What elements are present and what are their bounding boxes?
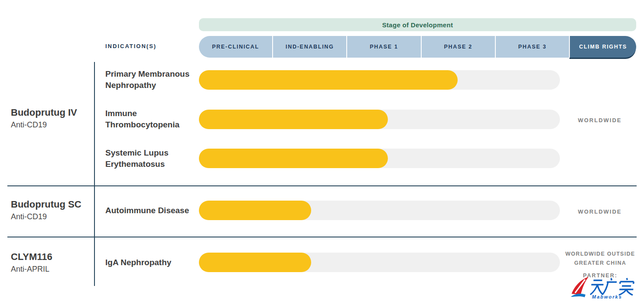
progress-fill-primary-membranous-nephropathy bbox=[199, 70, 458, 90]
program-budoprutug-iv: Budoprutug IV Anti-CD19 bbox=[11, 107, 93, 130]
indication-label-primary-membranous-nephropathy: Primary Membranous Nephropathy bbox=[105, 68, 198, 91]
stage-header-row: PRE-CLINICAL IND-ENABLING PHASE 1 PHASE … bbox=[199, 36, 636, 58]
program-name: Budoprutug IV bbox=[11, 107, 93, 118]
progress-fill-autoimmune-disease bbox=[199, 201, 311, 220]
stage-cell-phase-3: PHASE 3 bbox=[495, 36, 569, 58]
indication-line: Erythematosus bbox=[105, 159, 198, 170]
sail-icon bbox=[571, 277, 589, 297]
program-target: Anti-APRIL bbox=[11, 264, 93, 274]
program-clym116: CLYM116 Anti-APRIL bbox=[11, 251, 93, 274]
stage-cell-phase-2: PHASE 2 bbox=[421, 36, 495, 58]
indication-line: Thrombocytopenia bbox=[105, 119, 198, 130]
mabworks-wordmark-latin: Mabworks bbox=[592, 294, 622, 299]
rights-label-budoprutug-sc: WORLDWIDE bbox=[563, 208, 637, 215]
indication-line: Autoimmune Disease bbox=[105, 205, 198, 216]
indication-line: Primary Membranous bbox=[105, 68, 198, 80]
stage-cell-ind-enabling: IND-ENABLING bbox=[272, 36, 346, 58]
progress-track-primary-membranous-nephropathy bbox=[199, 70, 560, 90]
mabworks-logo-graphic: Mabworks bbox=[569, 276, 635, 300]
progress-track-immune-thrombocytopenia bbox=[199, 110, 560, 129]
indication-line: Immune bbox=[105, 108, 198, 119]
indication-line: IgA Nephropathy bbox=[105, 257, 198, 268]
program-target: Anti-CD19 bbox=[11, 211, 93, 222]
progress-fill-immune-thrombocytopenia bbox=[199, 110, 388, 129]
stage-of-development-banner: Stage of Development bbox=[199, 18, 636, 31]
stage-cell-phase-1: PHASE 1 bbox=[346, 36, 420, 58]
mabworks-wordmark-chinese bbox=[590, 278, 634, 295]
program-budoprutug-sc: Budoprutug SC Anti-CD19 bbox=[11, 198, 93, 222]
horizontal-divider-2 bbox=[7, 237, 637, 237]
indications-column-header: INDICATION(S) bbox=[105, 43, 156, 49]
progress-fill-iga-nephropathy bbox=[199, 253, 311, 272]
progress-track-systemic-lupus-erythematosus bbox=[199, 149, 560, 168]
indication-label-immune-thrombocytopenia: Immune Thrombocytopenia bbox=[105, 108, 198, 130]
progress-track-autoimmune-disease bbox=[199, 201, 560, 220]
rights-label-budoprutug-iv: WORLDWIDE bbox=[563, 117, 637, 123]
program-name: Budoprutug SC bbox=[11, 198, 93, 210]
indication-label-systemic-lupus-erythematosus: Systemic Lupus Erythematosus bbox=[105, 147, 198, 170]
pipeline-chart: Stage of Development PRE-CLINICAL IND-EN… bbox=[0, 0, 644, 302]
program-name: CLYM116 bbox=[11, 251, 93, 263]
progress-fill-systemic-lupus-erythematosus bbox=[199, 149, 388, 168]
indication-label-autoimmune-disease: Autoimmune Disease bbox=[105, 205, 198, 216]
progress-track-iga-nephropathy bbox=[199, 253, 560, 272]
rights-line: GREATER CHINA bbox=[560, 259, 641, 268]
horizontal-divider-1 bbox=[7, 185, 637, 186]
program-target: Anti-CD19 bbox=[11, 120, 93, 130]
vertical-divider bbox=[94, 62, 95, 286]
stage-cell-pre-clinical: PRE-CLINICAL bbox=[199, 36, 272, 58]
indication-line: Systemic Lupus bbox=[105, 147, 198, 159]
indication-line: Nephropathy bbox=[105, 80, 198, 91]
indication-label-iga-nephropathy: IgA Nephropathy bbox=[105, 257, 198, 268]
stage-cell-climb-rights: CLIMB RIGHTS bbox=[569, 36, 636, 58]
rights-line: WORLDWIDE OUTSIDE bbox=[560, 250, 641, 259]
stage-of-development-title: Stage of Development bbox=[382, 21, 453, 29]
mabworks-partner-logo: Mabworks bbox=[569, 276, 635, 300]
